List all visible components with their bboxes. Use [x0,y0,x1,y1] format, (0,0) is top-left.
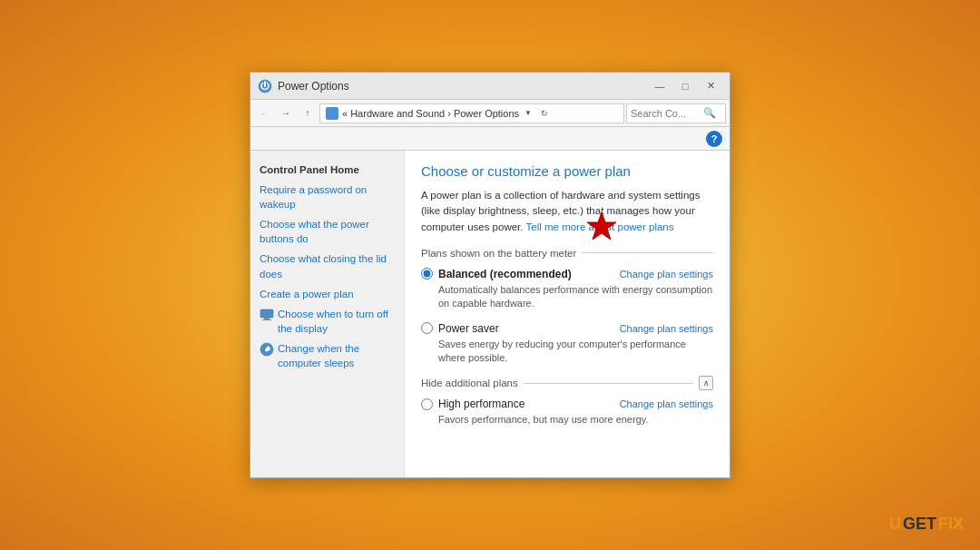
watermark-u: U [889,515,901,534]
toolbar-row: ? [250,127,730,151]
sidebar-item-create-plan[interactable]: Create a power plan [250,284,404,304]
address-path[interactable]: « Hardware and Sound › Power Options ▼ ↻ [319,103,624,123]
content-description: A power plan is a collection of hardware… [421,188,713,235]
hide-divider [524,383,693,384]
plans-section-header: Plans shown on the battery meter [421,248,713,259]
watermark: U GET FIX [889,515,964,534]
high-performance-plan-row: High performance Change plan settings [421,398,713,410]
sidebar-item-sleep[interactable]: Change when the computer sleeps [250,339,404,373]
minimize-button[interactable]: — [648,77,671,95]
title-bar: Power Options — □ ✕ [250,73,730,100]
high-performance-change-link[interactable]: Change plan settings [620,398,713,409]
svg-rect-2 [264,318,270,319]
high-performance-label[interactable]: High performance [421,398,524,410]
content-area: Choose or customize a power plan A power… [405,151,730,477]
balanced-plan-row: Balanced (recommended) Change plan setti… [421,268,713,280]
power-saver-label[interactable]: Power saver [421,322,499,335]
balanced-label[interactable]: Balanced (recommended) [421,268,572,280]
content-title: Choose or customize a power plan [421,163,713,179]
back-button[interactable]: ← [254,103,274,123]
sidebar-item-display[interactable]: Choose when to turn off the display [250,304,404,339]
maximize-button[interactable]: □ [673,77,697,95]
balanced-radio[interactable] [421,268,433,280]
high-performance-desc: Favors performance, but may use more ene… [438,413,713,427]
power-saver-plan-row: Power saver Change plan settings [421,322,713,335]
power-saver-radio[interactable] [421,322,433,334]
sidebar-home[interactable]: Control Panel Home [250,160,404,180]
power-saver-desc: Saves energy by reducing your computer's… [438,338,713,366]
power-icon [258,79,272,93]
balanced-desc: Automatically balances performance with … [438,283,713,311]
close-button[interactable]: ✕ [699,77,722,95]
sidebar: Control Panel Home Require a password on… [250,151,405,477]
up-button[interactable]: ↑ [298,103,318,123]
search-box: 🔍 [626,103,726,123]
power-options-window: Power Options — □ ✕ ← → ↑ « Hardware and… [250,72,730,478]
svg-rect-1 [260,309,273,318]
search-button[interactable]: 🔍 [703,107,716,119]
balanced-plan: Balanced (recommended) Change plan setti… [421,268,713,311]
watermark-fix: FIX [938,515,964,534]
address-bar: ← → ↑ « Hardware and Sound › Power Optio… [250,100,730,127]
power-saver-plan: Power saver Change plan settings Saves e… [421,322,713,366]
path-text: « Hardware and Sound › Power Options [342,108,519,119]
section-divider [582,252,713,253]
hide-chevron-button[interactable]: ∧ [699,376,713,390]
window-title: Power Options [278,80,648,93]
search-input[interactable] [631,108,703,119]
high-performance-plan: High performance Change plan settings Fa… [421,398,713,427]
main-content: Control Panel Home Require a password on… [250,151,730,477]
sidebar-item-password[interactable]: Require a password on wakeup [250,180,404,214]
sleep-icon [260,342,274,357]
hide-label: Hide additional plans [421,378,518,388]
sidebar-item-lid[interactable]: Choose what closing the lid does [250,249,404,283]
watermark-get: GET [903,515,936,534]
monitor-icon [260,308,274,322]
balanced-change-link[interactable]: Change plan settings [620,269,713,280]
path-icon [326,107,338,120]
window-controls: — □ ✕ [648,77,722,95]
help-button[interactable]: ? [706,131,722,147]
svg-rect-3 [262,319,271,320]
forward-button[interactable]: → [276,103,296,123]
high-performance-radio[interactable] [421,398,433,410]
learn-more-link[interactable]: Tell me more about power plans [526,221,674,232]
power-saver-change-link[interactable]: Change plan settings [620,323,713,334]
sidebar-item-power-buttons[interactable]: Choose what the power buttons do [250,214,404,249]
plans-section-label: Plans shown on the battery meter [421,248,576,259]
hide-section: Hide additional plans ∧ [421,376,713,390]
refresh-button[interactable]: ↻ [537,106,552,121]
path-dropdown[interactable]: ▼ [523,108,534,119]
